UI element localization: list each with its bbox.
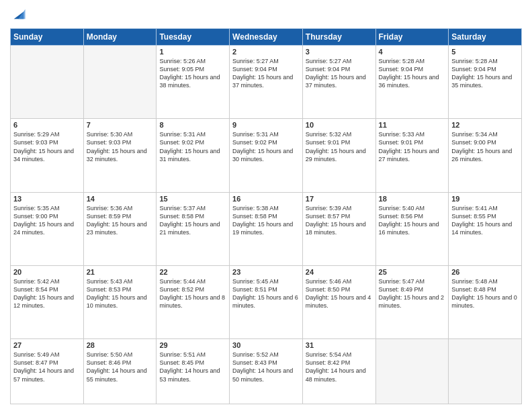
calendar-cell: 2Sunrise: 5:27 AMSunset: 9:04 PMDaylight… [230, 46, 303, 119]
day-info: Sunrise: 5:38 AMSunset: 8:58 PMDaylight:… [232, 204, 300, 237]
day-info: Sunrise: 5:48 AMSunset: 8:48 PMDaylight:… [451, 277, 519, 310]
day-info: Sunrise: 5:26 AMSunset: 9:05 PMDaylight:… [159, 57, 226, 90]
day-info: Sunrise: 5:28 AMSunset: 9:04 PMDaylight:… [379, 57, 446, 90]
day-number: 17 [306, 195, 373, 203]
calendar-cell: 16Sunrise: 5:38 AMSunset: 8:58 PMDayligh… [230, 192, 303, 265]
calendar-cell: 19Sunrise: 5:41 AMSunset: 8:55 PMDayligh… [449, 192, 522, 265]
calendar-body: 1Sunrise: 5:26 AMSunset: 9:05 PMDaylight… [11, 46, 522, 404]
calendar-cell: 12Sunrise: 5:34 AMSunset: 9:00 PMDayligh… [449, 119, 522, 192]
logo [10, 7, 26, 23]
day-number: 9 [232, 121, 300, 129]
day-number: 4 [379, 48, 446, 56]
day-info: Sunrise: 5:31 AMSunset: 9:02 PMDaylight:… [232, 130, 300, 163]
day-info: Sunrise: 5:47 AMSunset: 8:49 PMDaylight:… [379, 277, 446, 310]
day-info: Sunrise: 5:42 AMSunset: 8:54 PMDaylight:… [13, 277, 81, 310]
day-info: Sunrise: 5:41 AMSunset: 8:55 PMDaylight:… [451, 204, 519, 237]
weekday-header-friday: Friday [375, 29, 449, 46]
calendar-cell: 13Sunrise: 5:35 AMSunset: 9:00 PMDayligh… [11, 192, 84, 265]
calendar-cell: 11Sunrise: 5:33 AMSunset: 9:01 PMDayligh… [375, 119, 449, 192]
day-info: Sunrise: 5:27 AMSunset: 9:04 PMDaylight:… [306, 57, 373, 90]
day-number: 7 [87, 121, 154, 129]
day-number: 11 [379, 121, 446, 129]
day-info: Sunrise: 5:27 AMSunset: 9:04 PMDaylight:… [232, 57, 300, 90]
calendar-cell: 31Sunrise: 5:54 AMSunset: 8:42 PMDayligh… [302, 339, 375, 404]
day-number: 19 [451, 195, 519, 203]
calendar-cell: 14Sunrise: 5:36 AMSunset: 8:59 PMDayligh… [83, 192, 157, 265]
day-number: 29 [159, 341, 226, 349]
weekday-header-tuesday: Tuesday [157, 29, 230, 46]
header [10, 7, 522, 23]
weekday-header-thursday: Thursday [302, 29, 375, 46]
day-number: 16 [232, 195, 300, 203]
calendar-cell: 7Sunrise: 5:30 AMSunset: 9:03 PMDaylight… [83, 119, 157, 192]
day-info: Sunrise: 5:40 AMSunset: 8:56 PMDaylight:… [379, 204, 446, 237]
day-number: 22 [159, 268, 226, 276]
calendar-cell: 22Sunrise: 5:44 AMSunset: 8:52 PMDayligh… [157, 265, 230, 338]
day-info: Sunrise: 5:34 AMSunset: 9:00 PMDaylight:… [451, 130, 519, 163]
day-info: Sunrise: 5:50 AMSunset: 8:46 PMDaylight:… [87, 351, 154, 383]
day-number: 1 [159, 48, 226, 56]
day-info: Sunrise: 5:43 AMSunset: 8:53 PMDaylight:… [87, 277, 154, 310]
weekday-header-monday: Monday [83, 29, 157, 46]
week-row-3: 13Sunrise: 5:35 AMSunset: 9:00 PMDayligh… [11, 192, 522, 265]
week-row-5: 27Sunrise: 5:49 AMSunset: 8:47 PMDayligh… [11, 339, 522, 404]
calendar-cell [11, 46, 84, 119]
day-info: Sunrise: 5:35 AMSunset: 9:00 PMDaylight:… [13, 204, 81, 237]
calendar-cell: 28Sunrise: 5:50 AMSunset: 8:46 PMDayligh… [83, 339, 157, 404]
day-info: Sunrise: 5:32 AMSunset: 9:01 PMDaylight:… [306, 130, 373, 163]
calendar-cell: 5Sunrise: 5:28 AMSunset: 9:04 PMDaylight… [449, 46, 522, 119]
day-number: 3 [306, 48, 373, 56]
calendar-cell: 23Sunrise: 5:45 AMSunset: 8:51 PMDayligh… [230, 265, 303, 338]
day-info: Sunrise: 5:49 AMSunset: 8:47 PMDaylight:… [13, 351, 81, 383]
week-row-4: 20Sunrise: 5:42 AMSunset: 8:54 PMDayligh… [11, 265, 522, 338]
day-info: Sunrise: 5:28 AMSunset: 9:04 PMDaylight:… [451, 57, 519, 90]
weekday-header-saturday: Saturday [449, 29, 522, 46]
calendar-cell: 29Sunrise: 5:51 AMSunset: 8:45 PMDayligh… [157, 339, 230, 404]
day-info: Sunrise: 5:37 AMSunset: 8:58 PMDaylight:… [159, 204, 226, 237]
day-number: 18 [379, 195, 446, 203]
calendar-cell: 24Sunrise: 5:46 AMSunset: 8:50 PMDayligh… [302, 265, 375, 338]
calendar-cell: 9Sunrise: 5:31 AMSunset: 9:02 PMDaylight… [230, 119, 303, 192]
calendar: SundayMondayTuesdayWednesdayThursdayFrid… [10, 28, 522, 404]
calendar-cell: 27Sunrise: 5:49 AMSunset: 8:47 PMDayligh… [11, 339, 84, 404]
calendar-cell: 4Sunrise: 5:28 AMSunset: 9:04 PMDaylight… [375, 46, 449, 119]
day-number: 8 [159, 121, 226, 129]
calendar-cell: 3Sunrise: 5:27 AMSunset: 9:04 PMDaylight… [302, 46, 375, 119]
calendar-cell: 17Sunrise: 5:39 AMSunset: 8:57 PMDayligh… [302, 192, 375, 265]
day-number: 31 [306, 341, 373, 349]
calendar-cell [375, 339, 449, 404]
day-number: 27 [13, 341, 81, 349]
day-number: 5 [451, 48, 519, 56]
day-info: Sunrise: 5:30 AMSunset: 9:03 PMDaylight:… [87, 130, 154, 163]
day-info: Sunrise: 5:51 AMSunset: 8:45 PMDaylight:… [159, 351, 226, 383]
day-number: 15 [159, 195, 226, 203]
day-info: Sunrise: 5:33 AMSunset: 9:01 PMDaylight:… [379, 130, 446, 163]
day-number: 12 [451, 121, 519, 129]
calendar-cell: 26Sunrise: 5:48 AMSunset: 8:48 PMDayligh… [449, 265, 522, 338]
logo-icon [11, 7, 26, 21]
calendar-cell: 30Sunrise: 5:52 AMSunset: 8:43 PMDayligh… [230, 339, 303, 404]
day-info: Sunrise: 5:29 AMSunset: 9:03 PMDaylight:… [13, 130, 81, 163]
calendar-cell: 20Sunrise: 5:42 AMSunset: 8:54 PMDayligh… [11, 265, 84, 338]
day-number: 30 [232, 341, 300, 349]
calendar-header: SundayMondayTuesdayWednesdayThursdayFrid… [11, 29, 522, 46]
svg-marker-1 [18, 9, 25, 19]
page: SundayMondayTuesdayWednesdayThursdayFrid… [0, 0, 532, 411]
weekday-header-sunday: Sunday [11, 29, 84, 46]
day-number: 24 [306, 268, 373, 276]
day-number: 13 [13, 195, 81, 203]
calendar-cell: 25Sunrise: 5:47 AMSunset: 8:49 PMDayligh… [375, 265, 449, 338]
day-number: 26 [451, 268, 519, 276]
day-info: Sunrise: 5:46 AMSunset: 8:50 PMDaylight:… [306, 277, 373, 310]
day-info: Sunrise: 5:31 AMSunset: 9:02 PMDaylight:… [159, 130, 226, 163]
day-info: Sunrise: 5:45 AMSunset: 8:51 PMDaylight:… [232, 277, 300, 310]
calendar-cell: 1Sunrise: 5:26 AMSunset: 9:05 PMDaylight… [157, 46, 230, 119]
calendar-cell: 10Sunrise: 5:32 AMSunset: 9:01 PMDayligh… [302, 119, 375, 192]
day-info: Sunrise: 5:39 AMSunset: 8:57 PMDaylight:… [306, 204, 373, 237]
calendar-cell [449, 339, 522, 404]
calendar-cell: 15Sunrise: 5:37 AMSunset: 8:58 PMDayligh… [157, 192, 230, 265]
calendar-cell: 21Sunrise: 5:43 AMSunset: 8:53 PMDayligh… [83, 265, 157, 338]
calendar-cell: 6Sunrise: 5:29 AMSunset: 9:03 PMDaylight… [11, 119, 84, 192]
day-number: 25 [379, 268, 446, 276]
weekday-header-wednesday: Wednesday [230, 29, 303, 46]
